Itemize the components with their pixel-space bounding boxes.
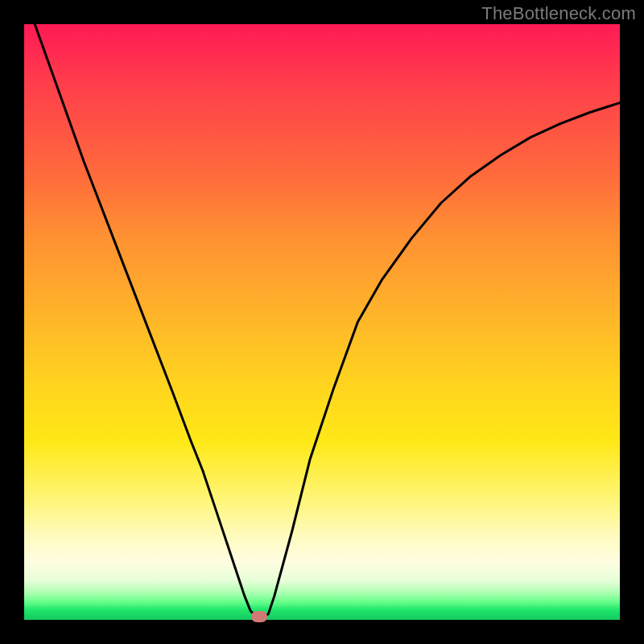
optimum-marker: [251, 611, 267, 622]
bottleneck-curve: [24, 24, 620, 620]
watermark-text: TheBottleneck.com: [481, 3, 636, 24]
plot-area: [24, 24, 620, 620]
chart-frame: TheBottleneck.com: [0, 0, 644, 644]
